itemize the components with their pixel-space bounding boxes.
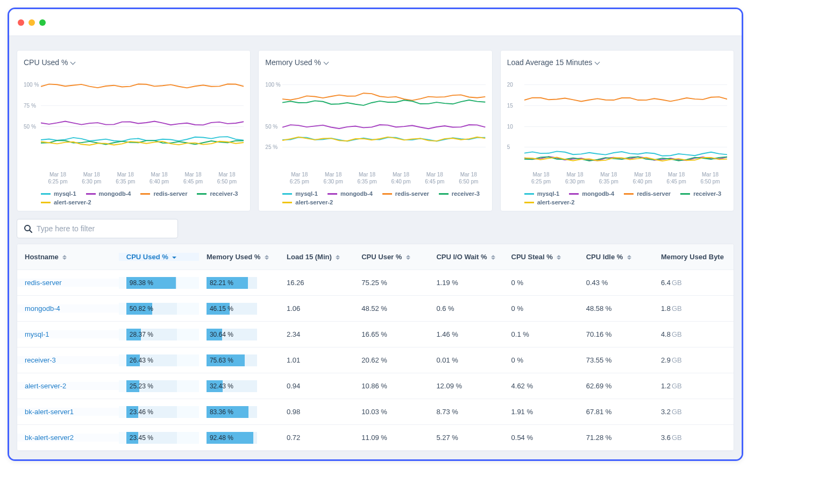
cell-cpu-idle: 70.16 % <box>579 330 653 338</box>
cell-cpu-user: 10.86 % <box>354 382 429 390</box>
chart-plot-cpu: 100 %75 %50 % <box>24 76 244 168</box>
col-hostname[interactable]: Hostname <box>17 253 119 261</box>
col-cpu-used[interactable]: CPU Used % <box>119 253 199 261</box>
table-row: bk-alert-server223.45 %92.48 %0.7211.09 … <box>17 425 734 451</box>
legend-item[interactable]: receiver-3 <box>439 190 480 197</box>
legend-swatch-icon <box>197 193 207 195</box>
x-tick-label: Mar 186:35 pm <box>592 171 625 185</box>
series-line <box>41 137 244 141</box>
legend-swatch-icon <box>140 193 150 195</box>
hostname-link[interactable]: bk-alert-server2 <box>25 434 74 442</box>
table-row: alert-server-225.23 %32.43 %0.9410.86 %1… <box>17 373 734 399</box>
bar-cell: 23.45 % <box>126 432 177 444</box>
hostname-link[interactable]: redis-server <box>25 279 62 287</box>
cell-hostname: mysql-1 <box>17 330 119 338</box>
hostname-link[interactable]: bk-alert-server1 <box>25 408 74 416</box>
y-tick-label: 20 <box>507 82 513 88</box>
close-window-icon[interactable] <box>18 19 24 26</box>
cell-cpu-steal: 0 % <box>504 279 579 287</box>
legend-swatch-icon <box>524 202 534 203</box>
series-line <box>41 84 244 88</box>
cell-memory-used: 32.43 % <box>199 380 279 392</box>
cell-cpu-iowait: 1.19 % <box>429 279 503 287</box>
maximize-window-icon[interactable] <box>39 19 46 26</box>
x-tick-label: Mar 186:25 pm <box>41 171 75 185</box>
chart-title-cpu[interactable]: CPU Used % <box>24 58 244 67</box>
cell-load-15: 0.94 <box>279 382 354 390</box>
cell-cpu-user: 48.52 % <box>354 304 429 313</box>
legend-item[interactable]: receiver-3 <box>680 190 721 197</box>
hostname-link[interactable]: mysql-1 <box>25 330 49 338</box>
hostname-link[interactable]: mongodb-4 <box>25 304 60 313</box>
cell-cpu-used: 25.23 % <box>119 380 199 392</box>
legend-item[interactable]: alert-server-2 <box>41 199 91 205</box>
legend-label: mongodb-4 <box>582 190 614 197</box>
legend-item[interactable]: mysql-1 <box>282 190 318 197</box>
cell-cpu-used: 50.82 % <box>119 303 199 315</box>
cell-memory-bytes: 1.2GB <box>653 382 734 390</box>
filter-input-wrap[interactable] <box>17 219 178 238</box>
filter-input[interactable] <box>37 224 171 233</box>
cell-cpu-iowait: 0.6 % <box>429 304 503 313</box>
col-load-15[interactable]: Load 15 (Min) <box>279 253 354 261</box>
cell-hostname: mongodb-4 <box>17 304 119 313</box>
legend-item[interactable]: alert-server-2 <box>524 199 575 205</box>
legend-item[interactable]: alert-server-2 <box>282 199 333 205</box>
header-separator <box>9 36 742 42</box>
cell-memory-used: 75.63 % <box>199 354 279 366</box>
cell-memory-used: 83.36 % <box>199 406 279 418</box>
legend-swatch-icon <box>569 193 579 195</box>
x-tick-label: Mar 186:45 pm <box>418 171 452 185</box>
legend-item[interactable]: mongodb-4 <box>569 190 614 197</box>
series-line <box>524 97 727 101</box>
legend-memory: mysql-1mongodb-4redis-serverreceiver-3al… <box>265 190 485 205</box>
cell-cpu-user: 10.03 % <box>354 408 429 416</box>
legend-label: receiver-3 <box>452 190 480 197</box>
x-tick-label: Mar 186:35 pm <box>350 171 384 185</box>
chevron-down-icon <box>594 60 600 65</box>
legend-item[interactable]: mysql-1 <box>41 190 76 197</box>
col-memory-used[interactable]: Memory Used % <box>199 253 279 261</box>
col-memory-bytes[interactable]: Memory Used Byte <box>653 253 734 261</box>
cell-cpu-idle: 48.58 % <box>579 304 653 313</box>
x-tick-label: Mar 186:45 pm <box>176 171 210 185</box>
legend-item[interactable]: receiver-3 <box>197 190 238 197</box>
col-cpu-steal[interactable]: CPU Steal % <box>504 253 579 261</box>
table-row: bk-alert-server123.46 %83.36 %0.9810.03 … <box>17 399 734 425</box>
legend-item[interactable]: redis-server <box>624 190 671 197</box>
chart-title-load[interactable]: Load Average 15 Minutes <box>507 58 727 67</box>
minimize-window-icon[interactable] <box>29 19 35 26</box>
table-row: receiver-326.43 %75.63 %1.0120.62 %0.01 … <box>17 347 734 373</box>
cell-cpu-idle: 67.81 % <box>579 408 653 416</box>
x-tick-label: Mar 186:40 pm <box>384 171 418 185</box>
col-cpu-iowait[interactable]: CPU I/O Wait % <box>429 253 503 261</box>
chart-title-memory[interactable]: Memory Used % <box>265 58 485 67</box>
legend-item[interactable]: mongodb-4 <box>86 190 131 197</box>
x-tick-label: Mar 186:25 pm <box>524 171 558 185</box>
bar-cell: 98.38 % <box>126 277 177 289</box>
legend-item[interactable]: redis-server <box>140 190 187 197</box>
legend-swatch-icon <box>41 202 51 203</box>
x-axis-cpu: Mar 186:25 pmMar 186:30 pmMar 186:35 pmM… <box>24 171 244 185</box>
x-axis-load: Mar 186:25 pmMar 186:30 pmMar 186:35 pmM… <box>507 171 727 185</box>
legend-item[interactable]: mysql-1 <box>524 190 560 197</box>
legend-item[interactable]: redis-server <box>382 190 429 197</box>
col-cpu-idle[interactable]: CPU Idle % <box>579 253 653 261</box>
x-tick-label: Mar 186:50 pm <box>210 171 244 185</box>
legend-item[interactable]: mongodb-4 <box>328 190 373 197</box>
hostname-link[interactable]: alert-server-2 <box>25 382 66 390</box>
legend-label: mongodb-4 <box>99 190 131 197</box>
table-row: mysql-128.37 %30.64 %2.3416.65 %1.46 %0.… <box>17 322 734 347</box>
y-tick-label: 15 <box>507 103 513 109</box>
chart-plot-memory: 100 %50 %25 % <box>265 76 485 168</box>
x-tick-label: Mar 186:45 pm <box>659 171 693 185</box>
legend-label: redis-server <box>637 190 671 197</box>
cell-cpu-used: 28.37 % <box>119 329 199 340</box>
legend-label: receiver-3 <box>693 190 721 197</box>
col-cpu-user[interactable]: CPU User % <box>354 253 429 261</box>
bar-cell: 75.63 % <box>207 354 257 366</box>
series-line <box>41 121 244 125</box>
legend-swatch-icon <box>86 193 96 195</box>
hostname-link[interactable]: receiver-3 <box>25 356 56 364</box>
y-tick-label: 100 % <box>265 82 280 88</box>
